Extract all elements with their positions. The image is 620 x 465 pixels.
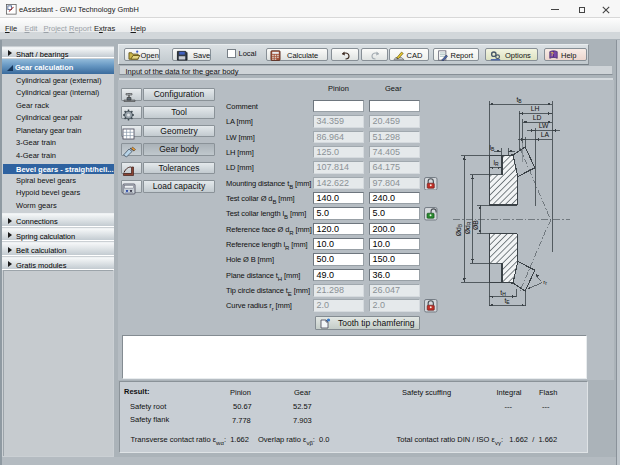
svg-text:LA: LA	[541, 131, 550, 138]
svg-text:tE: tE	[504, 297, 510, 305]
svg-text:lB: lB	[490, 144, 496, 152]
svg-text:LW: LW	[539, 122, 549, 129]
svg-text:ØdB: ØdB	[455, 223, 463, 236]
svg-text:rr: rr	[543, 279, 547, 286]
svg-text:lR: lR	[493, 159, 499, 167]
svg-text:?: ?	[551, 51, 554, 57]
svg-text:LD: LD	[533, 114, 542, 121]
svg-text:tB: tB	[516, 96, 522, 104]
svg-text:ØB: ØB	[472, 220, 479, 230]
svg-text:tH: tH	[500, 289, 506, 297]
svg-text:LH: LH	[531, 105, 540, 112]
